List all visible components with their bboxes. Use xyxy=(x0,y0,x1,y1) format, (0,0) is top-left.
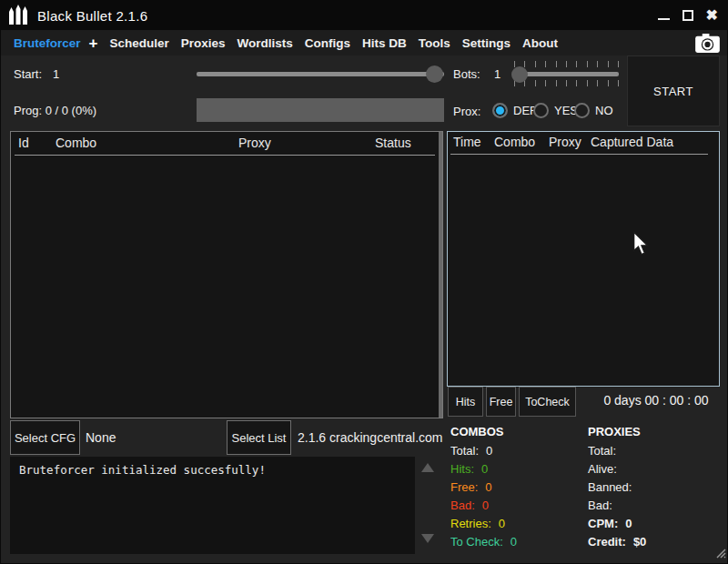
app-window: Black Bullet 2.1.6 ✖ Bruteforcer + Sched… xyxy=(0,0,728,564)
proxies-alive-stat: Alive: xyxy=(588,462,624,476)
column-header-id[interactable]: Id xyxy=(18,136,29,150)
bots-slider[interactable] xyxy=(513,72,619,76)
version-text: 2.1.6 crackingcentral.com xyxy=(298,430,443,445)
scroll-up-icon[interactable] xyxy=(421,463,434,472)
select-list-button[interactable]: Select List xyxy=(227,420,291,455)
tab-about[interactable]: About xyxy=(522,36,558,50)
bots-slider-ticks-top xyxy=(514,61,620,67)
prox-no-label: NO xyxy=(595,104,613,117)
hits-table[interactable]: Time Combo Proxy Captured Data xyxy=(447,131,720,387)
proxies-banned-stat: Banned: xyxy=(588,480,639,494)
proxies-total-stat: Total: xyxy=(588,444,623,458)
free-filter-button[interactable]: Free xyxy=(486,387,516,417)
proxies-bad-stat: Bad: xyxy=(588,499,620,512)
bots-slider-thumb[interactable] xyxy=(511,66,528,83)
scroll-down-icon[interactable] xyxy=(421,534,434,543)
start-slider[interactable] xyxy=(197,72,444,76)
prox-label: Prox: xyxy=(453,105,480,118)
prox-radio-no[interactable]: NO xyxy=(574,103,613,118)
tab-proxies[interactable]: Proxies xyxy=(181,36,226,50)
combos-hits-stat: Hits:0 xyxy=(450,462,488,476)
progress-label: Prog: 0 / 0 (0%) xyxy=(14,104,96,117)
bots-value: 1 xyxy=(494,67,500,81)
minimize-button[interactable] xyxy=(658,18,670,20)
log-output[interactable]: Bruteforcer initialized succesfully! xyxy=(10,457,415,554)
tab-tools[interactable]: Tools xyxy=(419,36,450,50)
window-title: Black Bullet 2.1.6 xyxy=(37,8,147,24)
table-scrollbar[interactable] xyxy=(439,132,442,418)
progress-bar xyxy=(197,98,444,122)
header-divider xyxy=(450,154,708,155)
resize-grip-icon[interactable] xyxy=(715,548,726,559)
proxies-title: PROXIES xyxy=(588,425,641,438)
column-header-combo[interactable]: Combo xyxy=(494,135,535,149)
credit-stat: Credit:$0 xyxy=(588,535,646,549)
screenshot-camera-icon[interactable] xyxy=(695,34,720,53)
selected-config-value: None xyxy=(86,430,116,445)
select-cfg-button[interactable]: Select CFG xyxy=(10,420,80,455)
column-header-proxy[interactable]: Proxy xyxy=(549,135,581,149)
mouse-cursor xyxy=(632,231,649,257)
combos-tocheck-stat: To Check:0 xyxy=(450,535,517,549)
title-bar[interactable]: Black Bullet 2.1.6 ✖ xyxy=(1,1,728,30)
combos-retries-stat: Retries:0 xyxy=(450,517,505,530)
prox-radio-def[interactable]: DEF xyxy=(492,103,537,118)
column-header-proxy[interactable]: Proxy xyxy=(238,136,271,150)
log-line: Bruteforcer initialized succesfully! xyxy=(19,463,266,477)
black-bullet-logo-icon xyxy=(8,5,28,26)
combos-total-stat: Total:0 xyxy=(450,444,492,458)
column-header-time[interactable]: Time xyxy=(453,135,481,149)
combos-bad-stat: Bad:0 xyxy=(450,499,489,512)
start-slider-thumb[interactable] xyxy=(426,65,443,83)
add-tab-icon[interactable]: + xyxy=(89,35,98,51)
hits-filter-button[interactable]: Hits xyxy=(448,387,483,417)
tocheck-filter-button[interactable]: ToCheck xyxy=(519,387,576,417)
prox-radio-yes[interactable]: YES xyxy=(533,103,578,118)
start-label: Start: xyxy=(14,67,42,81)
tab-bruteforcer[interactable]: Bruteforcer xyxy=(14,36,81,50)
column-header-captured-data[interactable]: Captured Data xyxy=(591,135,673,149)
column-header-combo[interactable]: Combo xyxy=(56,136,96,150)
start-value: 1 xyxy=(53,67,59,81)
header-divider xyxy=(15,155,435,156)
maximize-button[interactable] xyxy=(682,10,693,21)
radio-selected-icon[interactable] xyxy=(492,103,508,118)
radio-unselected-icon[interactable] xyxy=(574,103,590,118)
cpm-stat: CPM:0 xyxy=(588,517,632,530)
tab-configs[interactable]: Configs xyxy=(305,36,350,50)
menu-bar: Bruteforcer + Scheduler Proxies Wordlist… xyxy=(1,30,728,55)
tab-scheduler[interactable]: Scheduler xyxy=(109,36,168,50)
close-button[interactable]: ✖ xyxy=(706,8,718,23)
results-table[interactable]: Id Combo Proxy Status xyxy=(10,131,443,418)
elapsed-timer: 0 days 00 : 00 : 00 xyxy=(591,393,722,408)
radio-unselected-icon[interactable] xyxy=(533,103,549,118)
tab-settings[interactable]: Settings xyxy=(462,36,511,50)
combos-free-stat: Free:0 xyxy=(450,480,492,494)
tab-hitsdb[interactable]: Hits DB xyxy=(362,36,407,50)
bots-label: Bots: xyxy=(453,67,480,81)
column-header-status[interactable]: Status xyxy=(375,136,411,150)
combos-title: COMBOS xyxy=(450,425,504,438)
tab-wordlists[interactable]: Wordlists xyxy=(238,36,293,50)
bots-slider-ticks-bottom xyxy=(514,80,620,86)
start-button[interactable]: START xyxy=(627,55,720,126)
